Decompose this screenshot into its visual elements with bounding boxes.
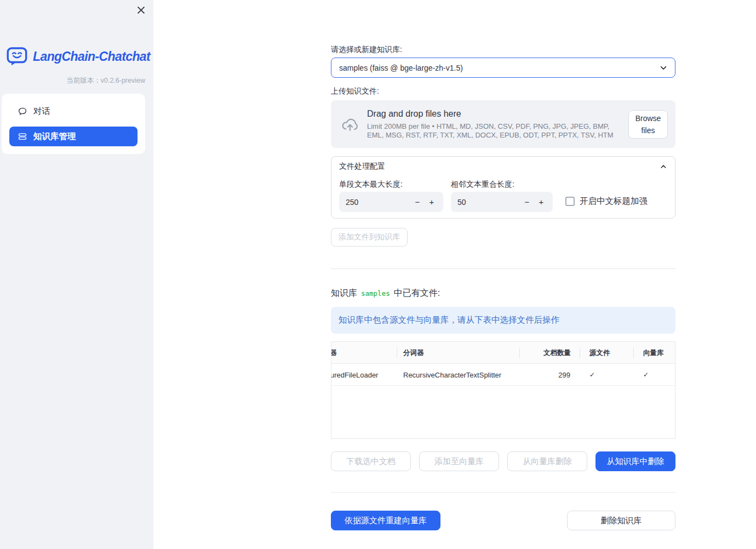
chunk-overlap-label: 相邻文本重合长度:	[451, 180, 514, 190]
kb-name-code: samples	[361, 289, 390, 298]
files-table-header: 器 分词器 文档数量 源文件 向量库	[331, 342, 675, 364]
column-header-loader[interactable]: 器	[331, 342, 396, 364]
column-header-splitter[interactable]: 分词器	[403, 342, 424, 364]
file-dropzone[interactable]: Drag and drop files here Limit 200MB per…	[331, 100, 675, 148]
delete-kb-button[interactable]: 删除知识库	[567, 511, 675, 530]
chat-bubble-logo-icon	[7, 47, 28, 67]
kb-files-suffix: 中已有文件:	[394, 288, 440, 299]
cloud-upload-icon	[340, 116, 360, 133]
chunk-size-decrement-button[interactable]: −	[410, 197, 425, 207]
column-divider	[580, 347, 580, 358]
zh-title-enhance-checkbox[interactable]	[565, 197, 575, 206]
kb-files-heading: 知识库 samples 中已有文件:	[331, 288, 440, 299]
chunk-size-label: 单段文本最大长度:	[339, 180, 403, 190]
knowledge-base-icon	[18, 132, 27, 141]
zh-title-enhance-label: 开启中文标题加强	[580, 196, 648, 207]
expander-title: 文件处理配置	[339, 162, 385, 171]
kb-select[interactable]: samples (faiss @ bge-large-zh-v1.5)	[331, 58, 675, 78]
column-divider	[633, 347, 634, 358]
version-value: v0.2.6-preview	[101, 77, 145, 84]
chunk-overlap-value: 50	[457, 198, 520, 207]
column-header-source-file[interactable]: 源文件	[589, 342, 610, 364]
column-header-vector-store[interactable]: 向量库	[643, 342, 664, 364]
delete-from-vector-store-button[interactable]: 从向量库删除	[507, 451, 587, 471]
column-header-doc-count[interactable]: 文档数量	[543, 342, 571, 364]
version-label: 当前版本：	[66, 77, 101, 84]
info-banner: 知识库中包含源文件与向量库，请从下表中选择文件后操作	[331, 307, 675, 334]
kb-files-prefix: 知识库	[331, 288, 357, 299]
divider	[331, 268, 675, 269]
browse-files-button[interactable]: Browse files	[628, 110, 668, 139]
add-files-to-kb-button[interactable]: 添加文件到知识库	[331, 228, 408, 247]
table-row[interactable]: uredFileLoader RecursiveCharacterTextSpl…	[331, 364, 675, 386]
divider	[331, 492, 675, 493]
sidebar-item-kb-management[interactable]: 知识库管理	[9, 127, 138, 146]
chunk-size-increment-button[interactable]: +	[425, 197, 439, 207]
column-divider	[397, 347, 397, 358]
chunk-size-value: 250	[346, 198, 410, 207]
cell-splitter[interactable]: RecursiveCharacterTextSplitter	[403, 364, 501, 386]
brand-name: LangChain-Chatchat	[33, 49, 150, 64]
cell-source-file-check[interactable]: ✓	[589, 364, 595, 386]
chevron-down-icon	[658, 63, 668, 73]
chunk-overlap-decrement-button[interactable]: −	[520, 197, 534, 207]
chunk-size-input[interactable]: 250 − +	[339, 192, 443, 212]
sidebar-menu: 对话 知识库管理	[2, 94, 145, 154]
cell-doc-count[interactable]: 299	[558, 364, 570, 386]
info-banner-text: 知识库中包含源文件与向量库，请从下表中选择文件后操作	[339, 314, 559, 326]
download-selected-button[interactable]: 下载选中文档	[331, 451, 411, 471]
dropzone-instructions: Drag and drop files here Limit 200MB per…	[367, 109, 626, 140]
sidebar-close-button[interactable]	[136, 5, 146, 15]
kb-select-label: 请选择或新建知识库:	[331, 45, 402, 55]
app-root: LangChain-Chatchat 当前版本：v0.2.6-preview 对…	[0, 0, 756, 549]
sidebar: LangChain-Chatchat 当前版本：v0.2.6-preview 对…	[0, 0, 153, 549]
sidebar-item-label: 对话	[33, 106, 50, 117]
close-icon	[137, 6, 145, 14]
chat-icon	[18, 107, 27, 116]
dropzone-title: Drag and drop files here	[367, 109, 626, 119]
chunk-overlap-increment-button[interactable]: +	[534, 197, 548, 207]
delete-from-kb-button[interactable]: 从知识库中删除	[595, 451, 675, 471]
brand-logo: LangChain-Chatchat	[7, 47, 150, 67]
sidebar-item-dialogue[interactable]: 对话	[9, 101, 138, 121]
kb-select-value: samples (faiss @ bge-large-zh-v1.5)	[339, 64, 463, 72]
expander-header[interactable]: 文件处理配置	[331, 157, 675, 171]
file-config-expander: 文件处理配置 单段文本最大长度: 相邻文本重合长度: 250 − + 50 − …	[331, 156, 675, 219]
rebuild-vector-store-button[interactable]: 依据源文件重建向量库	[331, 511, 440, 530]
zh-title-enhance-row: 开启中文标题加强	[565, 196, 648, 207]
sidebar-item-label: 知识库管理	[33, 131, 76, 142]
add-to-vector-store-button[interactable]: 添加至向量库	[419, 451, 499, 471]
chunk-overlap-input[interactable]: 50 − +	[451, 192, 553, 212]
cell-vector-store-check[interactable]: ✓	[643, 364, 649, 386]
version-text: 当前版本：v0.2.6-preview	[66, 76, 145, 85]
cell-loader[interactable]: uredFileLoader	[331, 364, 397, 386]
dropzone-limit-text: Limit 200MB per file • HTML, MD, JSON, C…	[367, 122, 626, 140]
upload-label: 上传知识文件:	[331, 87, 379, 96]
files-table[interactable]: 器 分词器 文档数量 源文件 向量库 uredFileLoader Recurs…	[331, 341, 675, 439]
chevron-up-icon	[659, 162, 668, 171]
column-divider	[519, 347, 520, 358]
